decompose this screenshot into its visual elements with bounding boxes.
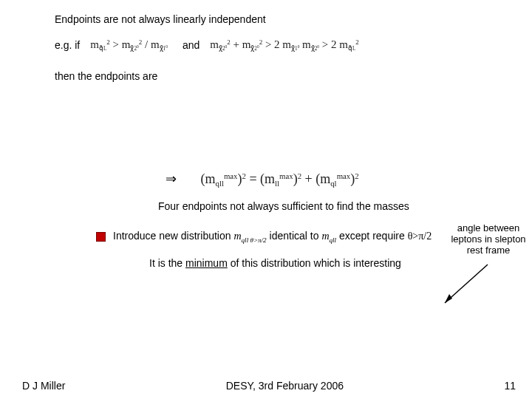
- math-condition-2: mχ̃202 + mχ̃202 > 2 mχ̃10 mχ̃20 > 2 mq̃L…: [210, 38, 359, 51]
- bullet-text: Introduce new distribution mqll θ>π/2 id…: [113, 230, 432, 244]
- bullet-part-b: identical to: [267, 230, 322, 242]
- footer-page-number: 11: [504, 380, 516, 392]
- min-b: of this distribution which is interestin…: [228, 257, 401, 269]
- min-a: It is the: [149, 257, 185, 269]
- label-egif: e.g. if: [55, 39, 80, 51]
- footer-author: D J Miller: [22, 380, 65, 392]
- then-text: then the endpoints are: [55, 70, 510, 82]
- annot-l1: angle between: [448, 223, 529, 234]
- math-requirement: θ>π/2: [408, 231, 432, 242]
- math-condition-1: mq̃L2 > mχ̃202 / mχ̃10: [90, 38, 168, 51]
- annot-l3: rest frame: [448, 245, 529, 256]
- slide-footer: D J Miller DESY, 3rd February 2006 11: [0, 380, 532, 392]
- bullet-part-c: except require: [336, 230, 408, 242]
- label-and: and: [183, 39, 200, 51]
- annot-l2: leptons in slepton: [448, 234, 529, 245]
- math-relation: (mqllmax)2 = (mllmax)2 + (mqlmax)2: [201, 171, 359, 186]
- condition-line: e.g. if mq̃L2 > mχ̃202 / mχ̃10 and mχ̃20…: [55, 38, 510, 51]
- annotation-text: angle between leptons in slepton rest fr…: [448, 223, 529, 256]
- min-u: minimum: [185, 257, 228, 269]
- footer-venue: DESY, 3rd February 2006: [226, 380, 344, 392]
- implication-formula: ⇒ (mqllmax)2 = (mllmax)2 + (mqlmax)2: [166, 171, 510, 187]
- heading-text: Endpoints are not always linearly indepe…: [55, 13, 510, 25]
- arrow-icon: ⇒: [166, 171, 177, 186]
- math-dist-new: mqll θ>π/2: [233, 231, 266, 242]
- bullet-icon: [96, 232, 106, 242]
- annotation-arrow-icon: [436, 262, 495, 312]
- bullet-part-a: Introduce new distribution: [113, 230, 233, 242]
- summary-text: Four endpoints not always sufficient to …: [158, 200, 510, 212]
- svg-marker-1: [445, 294, 452, 303]
- math-dist-old: mqll: [321, 231, 336, 242]
